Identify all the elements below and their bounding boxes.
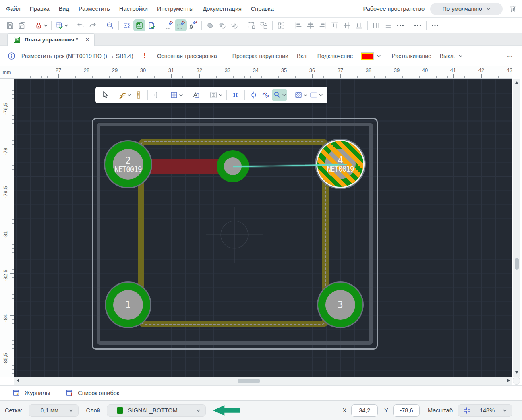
validate-doc-button[interactable] — [145, 19, 157, 31]
toolbar-overflow-3[interactable] — [429, 19, 441, 31]
menu-item-2[interactable]: Вид — [59, 6, 75, 12]
distribute-h-button[interactable] — [370, 19, 382, 31]
x-coordinate-input[interactable]: 34,2 — [351, 404, 378, 417]
lock-button[interactable] — [33, 19, 49, 31]
toolbar-overflow-2[interactable] — [412, 19, 424, 31]
zoom-select[interactable]: 148% — [458, 404, 512, 417]
hatch-fill-tool[interactable] — [293, 89, 309, 101]
layer-select[interactable]: SIGNAL_BOTTOM — [107, 404, 206, 417]
ruler-tick — [12, 319, 14, 320]
measure-tool[interactable] — [133, 89, 145, 101]
zoom-tool[interactable] — [272, 89, 287, 101]
flip-layer-tool[interactable] — [260, 89, 272, 101]
routing-mode-label[interactable]: Основная трассировка — [157, 53, 217, 59]
ruler-tick — [137, 76, 138, 78]
y-coordinate-input[interactable]: -78,6 — [393, 404, 420, 417]
ruler-tick — [295, 76, 296, 78]
pcb-canvas[interactable]: 2NET00194NET001913 — [14, 79, 512, 377]
scroll-up-icon[interactable] — [515, 81, 518, 84]
ruler-tick — [12, 236, 14, 236]
text-tool[interactable] — [190, 89, 202, 101]
ruler-tick — [12, 298, 14, 299]
toolbar-overflow-1[interactable] — [394, 19, 406, 31]
vertical-scroll-thumb[interactable] — [515, 258, 519, 270]
array-button[interactable] — [275, 19, 287, 31]
menu-item-1[interactable]: Правка — [30, 6, 55, 12]
pad-1[interactable]: 1 — [106, 283, 150, 327]
ruler-tick — [12, 248, 14, 249]
menu-items: ФайлПравкаВидРазместитьНастройкиИнструме… — [0, 6, 283, 12]
align-bottom-button[interactable] — [353, 19, 365, 31]
snap-grid-button[interactable] — [175, 19, 187, 31]
snap-target-tool[interactable] — [248, 89, 260, 101]
scroll-down-icon[interactable] — [515, 371, 518, 374]
pad-4[interactable]: 4NET0019 — [317, 141, 363, 187]
align-center-h-button[interactable] — [341, 19, 353, 31]
grid-step-select[interactable]: 0,1 мм — [29, 404, 79, 417]
ruler-tick — [10, 107, 14, 107]
component-swap-button[interactable] — [121, 19, 133, 31]
save-button[interactable] — [4, 19, 16, 31]
save-all-button[interactable] — [16, 19, 28, 31]
fit-screen-icon[interactable] — [463, 406, 472, 415]
connection-color-swatch[interactable] — [361, 53, 373, 60]
select-tool[interactable] — [99, 89, 111, 101]
shape-intersect-button[interactable] — [228, 19, 240, 31]
via-tool[interactable] — [230, 89, 242, 101]
shape-union-button[interactable] — [204, 19, 216, 31]
ruler-tick — [312, 74, 313, 78]
formula-tool[interactable] — [208, 89, 224, 101]
redo-button[interactable] — [87, 19, 99, 31]
pad-2[interactable]: 2NET0019 — [105, 141, 151, 187]
ruler-tick — [12, 348, 14, 349]
distribute-v-button[interactable] — [382, 19, 394, 31]
menu-item-4[interactable]: Настройки — [119, 6, 153, 12]
shape-subtract-button[interactable] — [216, 19, 228, 31]
horizontal-scrollbar[interactable] — [14, 377, 512, 385]
align-right-button[interactable] — [317, 19, 329, 31]
align-top-button[interactable] — [329, 19, 341, 31]
logs-label: Журналы — [25, 390, 50, 396]
chevron-down-icon[interactable] — [458, 54, 463, 58]
pad-3[interactable]: 3 — [318, 283, 362, 327]
menu-item-0[interactable]: Файл — [6, 6, 26, 12]
ruler-tick — [10, 273, 14, 274]
sync-check-button[interactable] — [54, 19, 69, 31]
errors-panel-tab[interactable]: Список ошибок — [65, 389, 119, 397]
align-left-button[interactable] — [292, 19, 304, 31]
workspace-delete-button[interactable] — [508, 4, 517, 13]
snap-axes-button[interactable] — [163, 19, 175, 31]
logs-panel-tab[interactable]: Журналы — [12, 389, 50, 397]
annotation-arrow-icon — [213, 405, 240, 416]
ruler-tick — [120, 76, 121, 78]
tab-board[interactable]: Плата управления * ✕ — [7, 33, 95, 46]
menu-item-5[interactable]: Инструменты — [157, 6, 199, 12]
infobar-overflow-button[interactable]: ⋯ — [507, 53, 513, 59]
via[interactable] — [217, 150, 249, 182]
vertical-scrollbar[interactable] — [513, 79, 520, 377]
workspace-select[interactable]: По умолчанию — [430, 3, 503, 15]
chevron-down-icon[interactable] — [377, 54, 381, 58]
menu-item-6[interactable]: Документация — [203, 6, 247, 12]
find-object-button[interactable] — [104, 19, 116, 31]
main-toolbar — [0, 18, 522, 33]
route-tool[interactable] — [117, 89, 133, 101]
board-view-tool[interactable] — [309, 89, 324, 101]
menu-item-7[interactable]: Справка — [251, 6, 280, 12]
menu-item-3[interactable]: Разместить — [79, 6, 116, 12]
align-center-v-button[interactable] — [304, 19, 317, 31]
ungroup-button[interactable] — [258, 19, 270, 31]
scroll-right-icon[interactable] — [508, 379, 510, 382]
units-label: mm — [3, 70, 11, 75]
move-tool[interactable] — [151, 89, 163, 101]
group-button[interactable] — [246, 19, 258, 31]
horizontal-scroll-thumb[interactable] — [238, 379, 260, 383]
pushing-value[interactable]: Выкл. — [440, 53, 455, 59]
pcb-editor-button[interactable] — [133, 19, 145, 31]
snap-settings-button[interactable] — [187, 19, 199, 31]
grid-settings-tool[interactable] — [169, 89, 184, 101]
undo-button[interactable] — [75, 19, 87, 31]
tab-close-icon[interactable]: ✕ — [85, 37, 89, 43]
drc-value[interactable]: Вкл — [297, 53, 307, 59]
scroll-left-icon[interactable] — [17, 379, 19, 382]
